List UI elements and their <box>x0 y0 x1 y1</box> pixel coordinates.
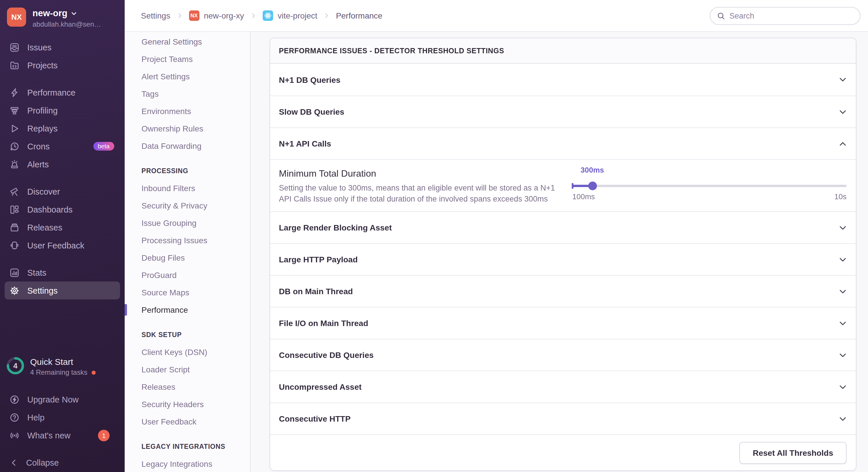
collapse-label: Collapse <box>26 458 59 467</box>
settings-nav-item-issue-grouping[interactable]: Issue Grouping <box>125 214 250 232</box>
quick-start[interactable]: 4 Quick Start 4 Remaining tasks <box>6 356 95 376</box>
detector-row-db-on-main-thread[interactable]: DB on Main Thread <box>270 275 856 307</box>
breadcrumb-settings[interactable]: Settings <box>141 11 170 20</box>
search-box[interactable] <box>710 7 861 25</box>
sidebar-item-alerts[interactable]: Alerts <box>5 155 120 173</box>
sidebar-item-upgrade-now[interactable]: Upgrade Now <box>5 390 120 408</box>
reset-all-thresholds-button[interactable]: Reset All Thresholds <box>740 442 847 464</box>
sidebar-item-discover[interactable]: Discover <box>5 182 120 200</box>
settings-nav-item-processing-issues[interactable]: Processing Issues <box>125 232 250 249</box>
detector-row-label: N+1 DB Queries <box>279 75 340 84</box>
duration-slider[interactable]: 300ms 100ms 10s <box>572 166 846 201</box>
settings-nav-item-loader-script[interactable]: Loader Script <box>125 361 250 378</box>
detector-row-label: DB on Main Thread <box>279 287 353 296</box>
settings-nav-item-performance[interactable]: Performance <box>125 301 250 318</box>
sidebar-item-user-feedback[interactable]: User Feedback <box>5 236 120 254</box>
help-icon <box>9 412 20 423</box>
settings-nav-item-project-teams[interactable]: Project Teams <box>125 50 250 68</box>
sidebar-item-issues[interactable]: Issues <box>5 38 120 56</box>
settings-nav-item-user-feedback[interactable]: User Feedback <box>125 413 250 430</box>
sidebar-item-replays[interactable]: Replays <box>5 119 120 137</box>
sidebar-item-crons[interactable]: Cronsbeta <box>5 137 120 155</box>
chevron-down-icon <box>838 255 847 264</box>
sidebar-item-projects[interactable]: Projects <box>5 56 120 74</box>
sidebar-item-profiling[interactable]: Profiling <box>5 101 120 119</box>
search-icon <box>717 11 725 20</box>
sidebar-footer-nav: Upgrade NowHelpWhat's new1Collapse <box>5 390 120 471</box>
detector-row-file-i-o-on-main-thread[interactable]: File I/O on Main Thread <box>270 307 856 339</box>
sidebar-item-settings[interactable]: Settings <box>5 281 120 299</box>
detector-row-label: Slow DB Queries <box>279 107 344 116</box>
settings-nav-item-data-forwarding[interactable]: Data Forwarding <box>125 137 250 155</box>
org-switcher[interactable]: NX new-org abdullah.khan@sen… <box>7 7 101 28</box>
settings-nav-item-legacy-integrations[interactable]: Legacy Integrations <box>125 455 250 472</box>
detector-row-large-http-payload[interactable]: Large HTTP Payload <box>270 243 856 275</box>
settings-nav: General SettingsProject TeamsAlert Setti… <box>125 32 250 472</box>
sidebar-item-label: Profiling <box>27 106 58 115</box>
settings-nav-item-source-maps[interactable]: Source Maps <box>125 284 250 301</box>
breadcrumb-label: vite-project <box>278 11 317 20</box>
settings-nav-item-label: Project Teams <box>142 55 193 64</box>
collapse-button[interactable]: Collapse <box>5 453 120 471</box>
detector-row-label: Uncompressed Asset <box>279 382 362 392</box>
sidebar-item-label: Replays <box>27 124 58 133</box>
settings-nav-item-client-keys-dsn[interactable]: Client Keys (DSN) <box>125 343 250 361</box>
detector-row-n-1-db-queries[interactable]: N+1 DB Queries <box>270 64 856 96</box>
detector-row-label: Large Render Blocking Asset <box>279 223 392 232</box>
org-name: new-org <box>32 8 67 19</box>
gear-icon <box>9 285 20 296</box>
quick-start-title: Quick Start <box>30 357 95 367</box>
chevron-right-icon <box>323 12 330 19</box>
detector-row-slow-db-queries[interactable]: Slow DB Queries <box>270 96 856 127</box>
detector-row-uncompressed-asset[interactable]: Uncompressed Asset <box>270 371 856 403</box>
settings-nav-item-debug-files[interactable]: Debug Files <box>125 249 250 266</box>
breadcrumb: SettingsNXnew-org-xyvite-projectPerforma… <box>141 10 382 21</box>
settings-nav-item-label: Ownership Rules <box>142 124 203 133</box>
sidebar-item-label: Help <box>27 413 44 422</box>
topbar: SettingsNXnew-org-xyvite-projectPerforma… <box>125 0 868 32</box>
notification-dot <box>91 370 95 374</box>
sidebar-item-releases[interactable]: Releases <box>5 218 120 236</box>
sidebar-item-dashboards[interactable]: Dashboards <box>5 200 120 218</box>
settings-nav-item-security-headers[interactable]: Security Headers <box>125 396 250 413</box>
alerts-icon <box>9 159 20 169</box>
settings-nav-item-general-settings[interactable]: General Settings <box>125 33 250 50</box>
settings-nav-item-inbound-filters[interactable]: Inbound Filters <box>125 179 250 197</box>
settings-nav-item-environments[interactable]: Environments <box>125 102 250 120</box>
sidebar-item-help[interactable]: Help <box>5 408 120 426</box>
sidebar-item-label: What's new <box>27 431 70 440</box>
detector-row-large-render-blocking-asset[interactable]: Large Render Blocking Asset <box>270 211 856 243</box>
slider-track[interactable] <box>572 185 846 187</box>
detector-row-n-1-api-calls[interactable]: N+1 API Calls <box>270 127 856 159</box>
settings-nav-item-tags[interactable]: Tags <box>125 85 250 102</box>
settings-nav-item-releases[interactable]: Releases <box>125 378 250 396</box>
settings-nav-item-security-privacy[interactable]: Security & Privacy <box>125 197 250 214</box>
sidebar-item-performance[interactable]: Performance <box>5 83 120 101</box>
chevron-down-icon <box>838 223 847 232</box>
sidebar-item-label: Alerts <box>27 160 49 169</box>
main-area: SettingsNXnew-org-xyvite-projectPerforma… <box>125 0 868 472</box>
settings-nav-item-label: Security Headers <box>142 400 204 409</box>
slider-value-label: 300ms <box>581 166 604 174</box>
detector-row-consecutive-db-queries[interactable]: Consecutive DB Queries <box>270 339 856 371</box>
sidebar-item-stats[interactable]: Stats <box>5 264 120 281</box>
settings-nav-item-label: User Feedback <box>142 417 196 426</box>
settings-nav-item-label: Loader Script <box>142 365 190 374</box>
breadcrumb-new-org-xy[interactable]: NXnew-org-xy <box>189 10 244 21</box>
breadcrumb-performance: Performance <box>336 11 382 20</box>
search-input[interactable] <box>730 11 854 20</box>
settings-nav-item-proguard[interactable]: ProGuard <box>125 266 250 284</box>
sidebar-item-what-s-new[interactable]: What's new1 <box>5 426 120 444</box>
upgrade-icon <box>9 394 20 405</box>
detector-row-consecutive-http[interactable]: Consecutive HTTP <box>270 403 856 434</box>
settings-nav-heading-legacy-integrations: LEGACY INTEGRATIONS <box>125 438 250 455</box>
chevron-right-icon <box>250 12 257 19</box>
settings-nav-item-alert-settings[interactable]: Alert Settings <box>125 68 250 85</box>
slider-thumb[interactable] <box>588 181 597 190</box>
setting-label: Minimum Total Duration <box>279 169 376 179</box>
chevron-down-icon <box>838 319 847 328</box>
user-email: abdullah.khan@sen… <box>32 20 101 28</box>
settings-nav-item-ownership-rules[interactable]: Ownership Rules <box>125 120 250 137</box>
settings-nav-item-label: Environments <box>142 107 191 116</box>
breadcrumb-vite-project[interactable]: vite-project <box>263 10 317 21</box>
